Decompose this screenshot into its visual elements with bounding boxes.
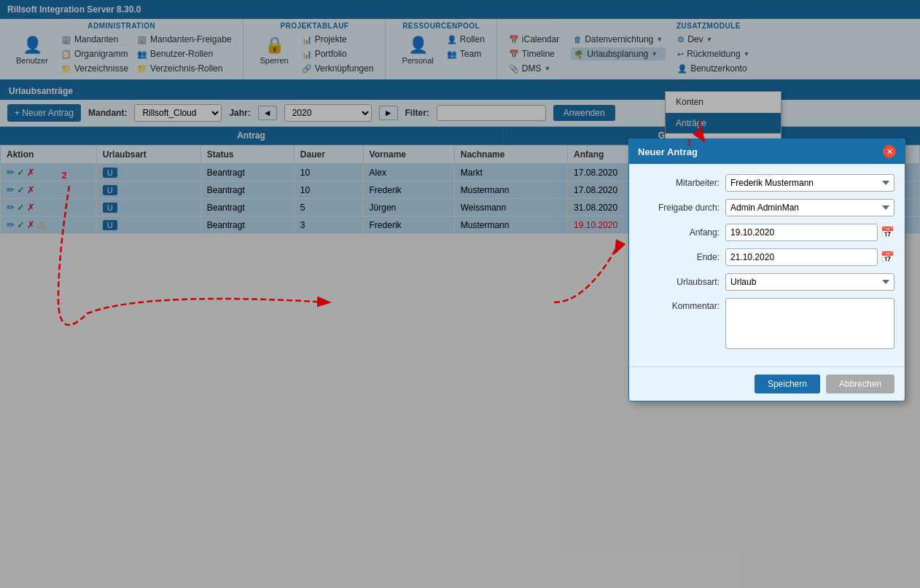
modal-close-btn[interactable]: ✕ [883,145,896,158]
anfang-date-input[interactable] [725,224,878,234]
neuer-antrag-modal: Neuer Antrag ✕ Mitarbeiter: Frederik Mus… [628,138,905,234]
modal-title: Neuer Antrag [638,146,698,157]
form-row-freigabe: Freigabe durch: Admin AdminMan [639,199,894,216]
mitarbeiter-label: Mitarbeiter: [639,178,720,188]
freigabe-label: Freigabe durch: [639,203,720,213]
anfang-calendar-icon[interactable]: 📅 [881,226,894,234]
anfang-date-wrapper: 📅 [725,224,894,234]
anfang-label: Anfang: [639,227,720,234]
modal-body: Mitarbeiter: Frederik Mustermann Freigab… [629,164,905,234]
form-row-mitarbeiter: Mitarbeiter: Frederik Mustermann [639,174,894,192]
modal-overlay: Neuer Antrag ✕ Mitarbeiter: Frederik Mus… [0,0,920,234]
form-row-anfang: Anfang: 📅 [639,224,894,234]
mitarbeiter-select[interactable]: Frederik Mustermann [725,174,894,192]
modal-header: Neuer Antrag ✕ [629,139,905,164]
freigabe-select[interactable]: Admin AdminMan [725,199,894,216]
